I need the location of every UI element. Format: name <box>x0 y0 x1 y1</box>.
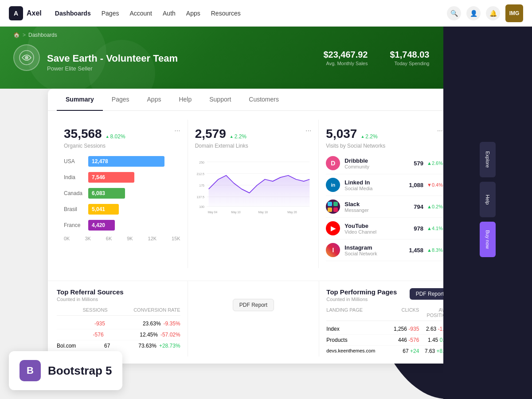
nav-resources[interactable]: Resources <box>211 10 241 17</box>
svg-text:100: 100 <box>199 205 204 208</box>
help-button[interactable]: Help <box>480 182 496 217</box>
slack-icon <box>326 200 340 214</box>
slack-count: 794 <box>414 203 423 210</box>
tab-support[interactable]: Support <box>200 89 240 111</box>
metric-title-sessions: 35,568 8.02% <box>64 127 125 141</box>
dribbble-change: ▲2.6% <box>427 160 443 166</box>
bootstrap-label: Bootstrap 5 <box>48 364 112 378</box>
nav-account[interactable]: Account <box>129 10 152 17</box>
referral-title: Top Referral Sources <box>57 288 180 296</box>
breadcrumb: 🏠 > Dashboards <box>13 32 57 38</box>
metrics-grid: 35,568 8.02% Organic Sessions ··· USA 12… <box>48 111 459 277</box>
svg-text:137.5: 137.5 <box>196 196 204 199</box>
metric-title-links: 2,579 2.2% <box>195 127 248 141</box>
bar-brasil: 5,041 <box>88 204 119 215</box>
bar-france: 4,420 <box>88 220 115 231</box>
team-logo <box>13 44 40 71</box>
tab-customers[interactable]: Customers <box>240 89 288 111</box>
buy-now-button[interactable]: Buy now <box>480 222 496 257</box>
team-subtitle: Power Elite Seller <box>47 65 323 72</box>
search-icon[interactable]: 🔍 <box>447 6 461 20</box>
stat-label-spending: Today Spending <box>390 61 430 66</box>
pdf-section: PDF Report <box>188 281 319 356</box>
slack-change: ▲0.2% <box>427 204 443 209</box>
bar-india: 7,546 <box>88 172 134 183</box>
instagram-change: ▲8.3% <box>427 247 443 253</box>
svg-text:212.5: 212.5 <box>196 172 204 176</box>
home-icon[interactable]: 🏠 <box>13 32 20 38</box>
tab-apps[interactable]: Apps <box>138 89 170 111</box>
more-social-button[interactable]: ··· <box>437 127 443 135</box>
social-list: D Dribbble Community 579 ▲2.6% in Linked… <box>326 153 443 261</box>
bar-chart: USA 12,478 India 7,546 Canada 6,083 <box>64 156 180 241</box>
navbar-right: 🔍 👤 🔔 IMG <box>447 4 523 22</box>
metric-label-social: Visits by Social Networks <box>326 143 385 149</box>
bar-usa: 12,478 <box>88 156 164 167</box>
social-item-instagram: I Instagram Social Network 1,458 ▲8.3% <box>326 239 443 261</box>
bar-axis: 0K 3K 6K 9K 12K 15K <box>64 236 180 241</box>
bar-row-brasil: Brasil 5,041 <box>64 204 180 215</box>
notification-icon[interactable]: 🔔 <box>486 6 500 20</box>
brand[interactable]: A Axel <box>9 6 42 20</box>
instagram-count: 1,458 <box>409 247 423 254</box>
social-item-youtube: ▶ YouTube Video Channel 978 ▲4.1% <box>326 218 443 239</box>
more-sessions-button[interactable]: ··· <box>174 127 180 135</box>
main-content: Summary Pages Apps Help Support Customer… <box>48 89 459 364</box>
slack-type: Messanger <box>344 207 368 213</box>
linkedin-icon: in <box>326 178 340 192</box>
nav-dashboards[interactable]: Dashboards <box>55 10 91 17</box>
dribbble-name: Dribbble <box>344 157 369 164</box>
tabs-bar: Summary Pages Apps Help Support Customer… <box>48 89 459 111</box>
nav-pages[interactable]: Pages <box>102 10 119 17</box>
stat-value-sales: $23,467.92 <box>323 50 368 60</box>
tab-help[interactable]: Help <box>170 89 200 111</box>
svg-point-0 <box>20 51 34 65</box>
metric-header-links: 2,579 2.2% Domain External Links ··· <box>195 127 312 149</box>
nav-auth[interactable]: Auth <box>163 10 176 17</box>
social-item-dribbble: D Dribbble Community 579 ▲2.6% <box>326 153 443 174</box>
referral-row-2: -576 12.45% -57.02% <box>57 329 180 340</box>
breadcrumb-dashboards[interactable]: Dashboards <box>28 32 57 38</box>
stat-today-spending: $1,748.03 Today Spending <box>390 50 430 66</box>
slack-name: Slack <box>344 201 368 207</box>
metric-value-sessions: 35,568 <box>64 127 102 141</box>
bar-row-usa: USA 12,478 <box>64 156 180 167</box>
svg-point-1 <box>25 56 28 59</box>
referral-subtitle: Counted in Millions <box>57 297 180 302</box>
avatar[interactable]: IMG <box>505 4 523 22</box>
dribbble-count: 579 <box>414 160 423 167</box>
line-chart: 250 212.5 175 137.5 100 <box>195 156 312 220</box>
metric-social-networks: 5,037 2.2% Visits by Social Networks ···… <box>319 120 450 268</box>
explore-button[interactable]: Explore <box>480 142 496 177</box>
pages-row-3: devs.keenthemes.com 67 +24 7.63 +8.73 <box>326 346 450 356</box>
metric-header-social: 5,037 2.2% Visits by Social Networks ··· <box>326 127 443 149</box>
pages-subtitle: Counted in Millions <box>326 297 397 302</box>
pages-row-1: Index 1,256 -935 2.63 -1.35 <box>326 324 450 335</box>
metric-change-links: 2.2% <box>230 133 246 140</box>
youtube-type: Video Channel <box>344 229 376 235</box>
user-icon[interactable]: 👤 <box>466 6 481 20</box>
right-panel: Explore Help Buy now <box>443 0 532 399</box>
tab-summary[interactable]: Summary <box>57 89 103 111</box>
pdf-report-button[interactable]: PDF Report <box>233 299 274 311</box>
youtube-count: 978 <box>414 225 423 232</box>
metric-label-links: Domain External Links <box>195 143 248 149</box>
svg-text:175: 175 <box>199 184 204 187</box>
pages-title: Top Performing Pages <box>326 288 397 296</box>
nav-apps[interactable]: Apps <box>186 10 200 17</box>
metric-organic-sessions: 35,568 8.02% Organic Sessions ··· USA 12… <box>57 120 188 268</box>
bar-row-india: India 7,546 <box>64 172 180 183</box>
navbar: A Axel Dashboards Pages Account Auth App… <box>0 0 532 27</box>
referral-row-3: Bol.com 67 73.63% +28.73% <box>57 340 180 351</box>
metric-title-social: 5,037 2.2% <box>326 127 385 141</box>
metric-value-links: 2,579 <box>195 127 226 141</box>
dribbble-icon: D <box>326 156 340 170</box>
social-item-slack: Slack Messanger 794 ▲0.2% <box>326 196 443 218</box>
dribbble-type: Community <box>344 164 369 169</box>
referral-row-1: -935 23.63% -9.35% <box>57 318 180 329</box>
tab-pages[interactable]: Pages <box>103 89 138 111</box>
more-links-button[interactable]: ··· <box>305 127 311 135</box>
stat-label-sales: Avg. Monthly Sales <box>323 61 368 66</box>
stat-value-spending: $1,748.03 <box>390 50 430 60</box>
line-chart-svg: 250 212.5 175 137.5 100 <box>195 156 312 218</box>
